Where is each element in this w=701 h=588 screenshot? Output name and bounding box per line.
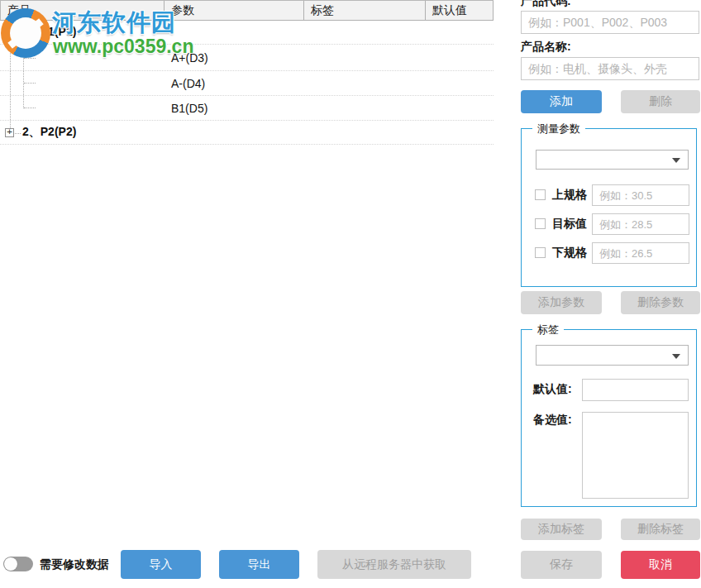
measure-param-group: 测量参数 上规格 目标值 下规格 (521, 128, 697, 287)
tag-group: 标签 默认值: 备选值: (521, 329, 697, 507)
target-value-checkbox[interactable] (535, 218, 546, 229)
column-header-default: 默认值 (426, 1, 494, 20)
table-row[interactable]: A-(D4) (0, 71, 494, 96)
lower-spec-label: 下规格 (552, 246, 587, 261)
collapse-expander-icon[interactable]: - (5, 28, 14, 37)
product-code-input[interactable] (521, 11, 699, 34)
param-cell[interactable]: A-(D4) (171, 77, 205, 90)
table-row[interactable]: A+(D3) (0, 45, 494, 71)
product-parameter-dialog: 产品 参数 标签 默认值 1、P1(P1) A+(D3) A-(D4) B1(D… (0, 0, 701, 588)
param-cell[interactable]: A+(D3) (171, 51, 208, 65)
right-form-panel: 产品代码: 产品名称: 添加 删除 测量参数 上规格 目标值 下规格 添加参数 … (521, 0, 700, 588)
modify-data-toggle-label: 需要修改数据 (40, 557, 109, 572)
tag-default-label: 默认值: (533, 382, 572, 397)
product-name-label: 产品名称: (521, 40, 571, 55)
table-header: 产品 参数 标签 默认值 (0, 0, 494, 21)
save-button[interactable]: 保存 (521, 551, 602, 579)
measure-param-group-title: 测量参数 (532, 122, 585, 136)
product-code-label: 产品代码: (521, 0, 571, 9)
chevron-down-icon (672, 354, 680, 359)
modify-data-toggle[interactable] (3, 557, 33, 571)
column-header-tag: 标签 (304, 1, 426, 20)
tag-alternatives-textarea[interactable] (582, 412, 689, 499)
export-button[interactable]: 导出 (219, 550, 299, 579)
add-product-button[interactable]: 添加 (521, 90, 602, 113)
tag-combobox[interactable] (536, 345, 689, 366)
import-button[interactable]: 导入 (121, 550, 201, 579)
tree-item-p1-label[interactable]: 1、P1(P1) (22, 25, 76, 40)
tag-default-input[interactable] (582, 379, 689, 401)
upper-spec-label: 上规格 (552, 188, 587, 203)
product-name-input[interactable] (521, 57, 699, 80)
table-row[interactable]: 1、P1(P1) (0, 21, 494, 45)
column-header-param: 参数 (165, 1, 304, 20)
upper-spec-input[interactable] (592, 184, 689, 206)
tag-alt-label: 备选值: (533, 413, 572, 428)
cancel-button[interactable]: 取消 (621, 551, 700, 579)
table-row[interactable]: B1(D5) (0, 96, 494, 121)
column-header-product: 产品 (0, 1, 165, 20)
target-value-label: 目标值 (552, 217, 587, 232)
fetch-remote-button[interactable]: 从远程服务器中获取 (317, 550, 471, 579)
lower-spec-input[interactable] (592, 242, 689, 264)
param-cell[interactable]: B1(D5) (171, 102, 207, 115)
upper-spec-checkbox[interactable] (535, 189, 546, 200)
add-tag-button[interactable]: 添加标签 (521, 519, 602, 540)
delete-tag-button[interactable]: 删除标签 (621, 519, 700, 540)
lower-spec-checkbox[interactable] (535, 247, 546, 258)
chevron-down-icon (672, 158, 680, 163)
expand-expander-icon[interactable]: + (5, 128, 14, 137)
delete-product-button[interactable]: 删除 (621, 90, 700, 113)
toggle-knob (4, 557, 17, 571)
tree-item-p2-label[interactable]: 2、P2(P2) (22, 125, 76, 140)
tag-group-title: 标签 (532, 323, 564, 337)
delete-param-button[interactable]: 删除参数 (621, 291, 700, 314)
table-row[interactable]: 2、P2(P2) (0, 121, 494, 145)
product-tree-table: 产品 参数 标签 默认值 1、P1(P1) A+(D3) A-(D4) B1(D… (0, 0, 494, 546)
target-value-input[interactable] (592, 213, 689, 235)
add-param-button[interactable]: 添加参数 (521, 291, 602, 314)
measure-param-combobox[interactable] (536, 150, 689, 170)
